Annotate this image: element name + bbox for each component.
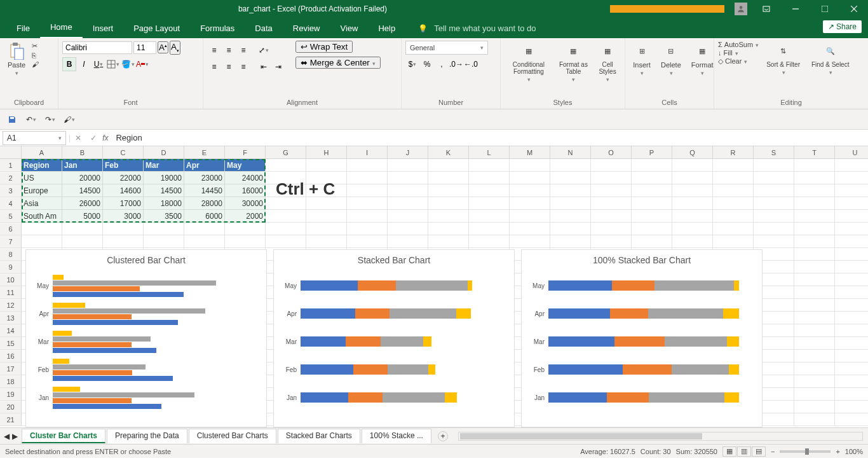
cell[interactable] xyxy=(428,172,469,184)
cell[interactable] xyxy=(794,337,835,350)
percent-format-button[interactable]: % xyxy=(420,57,434,71)
cell[interactable]: 2000 xyxy=(225,210,266,223)
cell[interactable] xyxy=(469,159,510,172)
column-header[interactable]: S xyxy=(754,146,794,159)
cell[interactable] xyxy=(388,210,428,223)
cell[interactable] xyxy=(835,273,868,286)
cell[interactable] xyxy=(428,235,469,248)
undo-button[interactable]: ↶▾ xyxy=(24,113,38,127)
decrease-decimal-button[interactable]: ←.0 xyxy=(464,57,478,71)
tab-data[interactable]: Data xyxy=(245,20,282,38)
cell[interactable] xyxy=(835,413,868,426)
row-header[interactable]: 3 xyxy=(0,184,22,197)
cell[interactable] xyxy=(794,261,835,273)
cell[interactable] xyxy=(794,363,835,375)
cell-styles-button[interactable]: ▦Cell Styles▾ xyxy=(594,41,621,84)
cell[interactable] xyxy=(388,197,428,210)
cell[interactable] xyxy=(632,197,672,210)
cell[interactable]: 30000 xyxy=(225,197,266,210)
cell[interactable]: Apr xyxy=(184,159,225,172)
cell[interactable] xyxy=(835,223,868,235)
cell[interactable] xyxy=(835,324,868,337)
cell[interactable] xyxy=(835,172,868,184)
cell[interactable] xyxy=(754,210,794,223)
cell[interactable] xyxy=(835,337,868,350)
cell[interactable] xyxy=(347,159,388,172)
cell[interactable] xyxy=(835,350,868,363)
cell[interactable] xyxy=(754,172,794,184)
cell[interactable]: May xyxy=(225,159,266,172)
row-header[interactable]: 6 xyxy=(0,223,22,235)
decrease-font-button[interactable]: A▾ xyxy=(170,41,180,55)
cell[interactable] xyxy=(754,197,794,210)
cell[interactable]: 3000 xyxy=(103,210,144,223)
fill-button[interactable]: ↓ Fill ▾ xyxy=(718,49,759,57)
clear-button[interactable]: ◇ Clear ▾ xyxy=(718,57,759,66)
cancel-formula-button[interactable]: ✕ xyxy=(71,134,86,142)
row-header[interactable]: 20 xyxy=(0,401,22,413)
row-header[interactable]: 8 xyxy=(0,248,22,261)
cell[interactable] xyxy=(306,235,347,248)
cell[interactable]: Jan xyxy=(62,159,103,172)
cell[interactable] xyxy=(794,210,835,223)
increase-font-button[interactable]: A▴ xyxy=(158,41,168,53)
cell[interactable] xyxy=(713,235,754,248)
font-color-button[interactable]: A▾ xyxy=(135,57,149,71)
cell[interactable] xyxy=(266,210,306,223)
cell[interactable] xyxy=(428,197,469,210)
tab-page-layout[interactable]: Page Layout xyxy=(123,20,190,38)
align-bottom-button[interactable]: ≡ xyxy=(236,43,250,57)
tab-formulas[interactable]: Formulas xyxy=(190,20,245,38)
column-header[interactable]: M xyxy=(510,146,550,159)
italic-button[interactable]: I xyxy=(77,57,91,71)
clustered-bar-chart[interactable]: Clustered Bar ChartMayAprMarFebJan xyxy=(25,249,267,427)
tab-review[interactable]: Review xyxy=(283,20,330,38)
tab-home[interactable]: Home xyxy=(40,18,83,38)
increase-indent-button[interactable]: ⇥ xyxy=(271,60,285,74)
copy-button[interactable]: ⎘ xyxy=(32,52,39,59)
cell[interactable] xyxy=(428,223,469,235)
column-header[interactable]: T xyxy=(794,146,835,159)
column-header[interactable]: P xyxy=(632,146,672,159)
cell[interactable] xyxy=(550,210,591,223)
cell[interactable] xyxy=(591,235,632,248)
cell[interactable]: Feb xyxy=(103,159,144,172)
bold-button[interactable]: B xyxy=(62,57,76,71)
cell[interactable] xyxy=(713,197,754,210)
delete-cells-button[interactable]: ⊟Delete▾ xyxy=(657,41,685,78)
autosum-button[interactable]: Σ AutoSum ▾ xyxy=(718,41,759,48)
cell[interactable] xyxy=(794,159,835,172)
sheet-tab[interactable]: Preparing the Data xyxy=(107,429,187,443)
cell[interactable] xyxy=(510,172,550,184)
cell[interactable] xyxy=(347,172,388,184)
sheet-nav-next[interactable]: ▶ xyxy=(12,432,18,441)
view-page-break-button[interactable]: ▤ xyxy=(752,446,766,457)
zoom-slider[interactable] xyxy=(780,450,831,453)
cell[interactable]: Mar xyxy=(144,159,184,172)
column-header[interactable]: N xyxy=(550,146,591,159)
orientation-button[interactable]: ⤢▾ xyxy=(257,43,271,57)
insert-cells-button[interactable]: ⊞Insert▾ xyxy=(629,41,654,78)
cell[interactable]: 6000 xyxy=(184,210,225,223)
view-page-layout-button[interactable]: ▥ xyxy=(737,446,751,457)
paste-button[interactable]: Paste▾ xyxy=(4,41,29,78)
cell[interactable] xyxy=(469,210,510,223)
format-painter-button[interactable]: 🖌 xyxy=(32,60,39,68)
sheet-tab[interactable]: 100% Stacke ... xyxy=(362,429,431,443)
row-header[interactable]: 15 xyxy=(0,337,22,350)
cell[interactable] xyxy=(835,312,868,324)
cell[interactable] xyxy=(632,184,672,197)
cell[interactable] xyxy=(794,312,835,324)
column-header[interactable]: A xyxy=(22,146,62,159)
cell[interactable]: Region xyxy=(22,159,62,172)
decrease-indent-button[interactable]: ⇤ xyxy=(257,60,271,74)
cell[interactable]: 18000 xyxy=(144,197,184,210)
cell[interactable] xyxy=(632,235,672,248)
cell[interactable] xyxy=(591,223,632,235)
cell[interactable] xyxy=(306,223,347,235)
cell[interactable] xyxy=(103,223,144,235)
cell[interactable]: US xyxy=(22,172,62,184)
number-format-select[interactable]: General▾ xyxy=(405,41,488,55)
column-header[interactable]: I xyxy=(347,146,388,159)
cell[interactable] xyxy=(835,261,868,273)
